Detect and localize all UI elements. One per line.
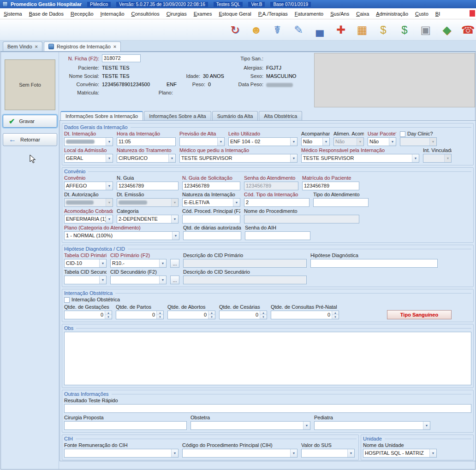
toolbar-button-bed[interactable]: ▄	[312, 21, 328, 39]
ficha-input[interactable]: 318072	[102, 54, 141, 62]
menu-item-faturamento[interactable]: Faturamento	[295, 11, 323, 17]
spin-up-icon[interactable]	[105, 311, 112, 315]
toolbar-button-supplies[interactable]: ▦	[354, 21, 370, 39]
natureza-tratamento-combo[interactable]: CIRURGICO	[117, 154, 176, 163]
n-guia-solicitacao-input[interactable]: 123456789	[182, 182, 240, 190]
valor-sus-combo[interactable]	[301, 449, 355, 458]
chevron-down-icon[interactable]	[389, 138, 396, 146]
chevron-down-icon[interactable]	[106, 154, 113, 162]
qtd-diarias-input[interactable]	[183, 231, 241, 240]
close-icon[interactable]: ×	[113, 44, 116, 49]
menu-item-internacao[interactable]: Internação	[101, 11, 125, 17]
dt-internacao-combo[interactable]	[64, 137, 113, 146]
menu-item-bi[interactable]: BI	[435, 11, 440, 17]
resultado-teste-rapido-input[interactable]	[64, 404, 471, 413]
menu-item-cirurgias[interactable]: Cirurgias	[167, 11, 187, 17]
chevron-down-icon[interactable]	[159, 276, 166, 284]
qtde-partos-spinner[interactable]: 0	[116, 311, 164, 319]
obstetra-combo[interactable]	[190, 421, 310, 430]
menu-item-caixa[interactable]: Caixa	[356, 11, 369, 17]
chevron-down-icon[interactable]	[423, 422, 430, 429]
hipotese-diagnostica-input[interactable]	[310, 259, 438, 268]
alimen-acompa-combo[interactable]: Não	[333, 137, 364, 146]
day-clinic-checkbox[interactable]	[400, 131, 405, 137]
matricula-paciente-input[interactable]: 123456789	[302, 182, 359, 190]
toolbar-button-money[interactable]: $	[396, 21, 412, 39]
chevron-down-icon[interactable]	[217, 138, 224, 146]
toolbar-button-ambulance[interactable]: ✚	[333, 21, 349, 39]
chevron-down-icon[interactable]	[106, 199, 113, 206]
tabela-cid-secundario-combo[interactable]	[64, 276, 107, 284]
chevron-down-icon[interactable]	[290, 154, 297, 162]
menu-item-custo[interactable]: Custo	[415, 11, 428, 17]
spin-down-icon[interactable]	[332, 315, 339, 319]
menu-item-sus-ans[interactable]: Sus/Ans	[330, 11, 349, 17]
medico-pediu-combo[interactable]: TESTE SUPERVISOR	[179, 154, 298, 163]
menu-item-consultorios[interactable]: Consultórios	[131, 11, 160, 17]
senha-aih-input[interactable]	[245, 231, 310, 240]
cid-secundario-combo[interactable]	[110, 276, 167, 284]
acompanhante-combo[interactable]: Não	[301, 137, 330, 146]
menu-item-sistema[interactable]: Sistema	[4, 11, 22, 17]
toolbar-button-map[interactable]: ◆	[439, 21, 455, 39]
qtde-gestacoes-spinner[interactable]: 0	[64, 311, 112, 319]
toolbar-button-doctor[interactable]: ☤	[269, 21, 286, 39]
menu-item-recepcao[interactable]: Recepção	[71, 11, 94, 17]
n-guia-input[interactable]: 123456789	[117, 182, 178, 190]
dt-autorizacao-combo[interactable]	[64, 198, 113, 207]
chevron-down-icon[interactable]	[106, 138, 113, 146]
hora-internacao-input[interactable]: 11:05	[117, 137, 176, 146]
qtde-abortos-spinner[interactable]: 0	[167, 311, 215, 319]
chevron-down-icon[interactable]	[233, 199, 240, 206]
close-icon[interactable]: ×	[35, 44, 38, 49]
internacao-obstetrica-checkbox[interactable]	[64, 297, 70, 303]
toolbar-button-prescription[interactable]: ✎	[291, 21, 307, 39]
nome-unidade-combo[interactable]: HOSPITAL SQL - MATRIZ	[363, 449, 437, 458]
toolbar-button-patients[interactable]: ☻	[248, 21, 264, 39]
save-button[interactable]: ✔ Gravar	[3, 115, 57, 128]
tab-alta-obstetrica[interactable]: Alta Obstétrica	[259, 111, 302, 120]
tabela-cid-primario-combo[interactable]: CID-10	[64, 259, 107, 268]
cirurgia-proposta-input[interactable]	[64, 421, 187, 430]
spin-up-icon[interactable]	[332, 311, 339, 315]
spin-up-icon[interactable]	[260, 311, 267, 315]
codigo-procedimento-cih-combo[interactable]	[182, 449, 298, 458]
chevron-down-icon[interactable]	[347, 449, 354, 457]
menu-item-exames[interactable]: Exames	[194, 11, 212, 17]
menu-item-base-de-dados[interactable]: Base de Dados	[29, 11, 64, 17]
obs-textarea[interactable]	[64, 332, 471, 385]
spin-down-icon[interactable]	[260, 315, 267, 319]
local-admissao-combo[interactable]: GERAL	[64, 154, 113, 163]
cid-secundario-lookup-button[interactable]: ...	[170, 276, 179, 284]
tab-registros-de-internacao[interactable]: Registros de Internação ×	[44, 41, 121, 51]
medico-responsavel-combo[interactable]: TESTE SUPERVISOR	[301, 154, 419, 163]
chevron-down-icon[interactable]	[412, 154, 419, 162]
chevron-down-icon[interactable]	[168, 154, 175, 162]
chevron-down-icon[interactable]	[99, 259, 106, 267]
menu-item-estoque-geral[interactable]: Estoque Geral	[219, 11, 251, 17]
fonte-remuneracao-cih-combo[interactable]	[64, 449, 178, 458]
tab-bem-vindo[interactable]: Bem Vindo ×	[3, 41, 42, 51]
qtde-cesarias-spinner[interactable]: 0	[219, 311, 267, 319]
previsao-alta-combo[interactable]	[179, 137, 225, 146]
chevron-down-icon[interactable]	[159, 259, 166, 267]
cod-proced-principal-input[interactable]	[182, 215, 240, 223]
tab-sumario-alta[interactable]: Sumário da Alta	[212, 111, 258, 120]
menu-item-administracao[interactable]: Administração	[376, 11, 408, 17]
chevron-down-icon[interactable]	[303, 422, 310, 429]
tipo-sanguineo-button[interactable]: Tipo Sanguíneo	[387, 310, 452, 319]
cod-tipo-internacao-input[interactable]: 2	[244, 198, 309, 207]
chevron-down-icon[interactable]	[171, 199, 178, 206]
chevron-down-icon[interactable]	[171, 215, 178, 223]
tab-informacoes-alta[interactable]: Informações Sobre a Alta	[144, 111, 211, 120]
usar-pacote-combo[interactable]: Não	[368, 137, 396, 146]
toolbar-button-phone[interactable]: ☎	[460, 21, 476, 39]
chevron-down-icon[interactable]	[99, 276, 106, 284]
plano-categoria-combo[interactable]: 1 - NORMAL (100%)	[64, 231, 179, 240]
chevron-down-icon[interactable]	[290, 138, 297, 146]
pediatra-combo[interactable]	[314, 421, 430, 430]
chevron-down-icon[interactable]	[106, 182, 113, 190]
convenio-combo[interactable]: AFFEGO	[64, 182, 113, 190]
chevron-down-icon[interactable]	[290, 449, 297, 457]
spin-down-icon[interactable]	[105, 315, 112, 319]
